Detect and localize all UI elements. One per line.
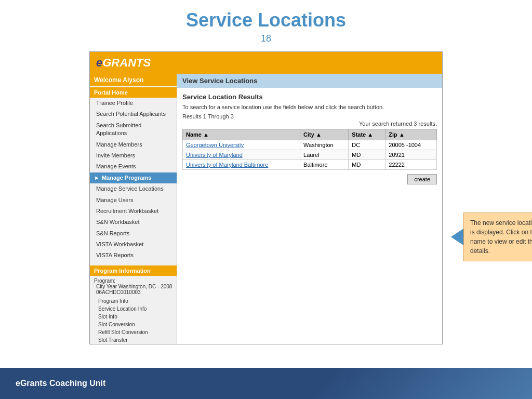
row2-state: MD [349,150,385,160]
callout-box: The new service location is displayed. C… [463,212,532,261]
results-table: Name ▲ City ▲ State ▲ Zip ▲ Georgetown U… [182,129,437,170]
row3-zip: 22222 [385,160,437,170]
row1-zip: 20005 -1004 [385,140,437,150]
callout-container: The new service location is displayed. C… [443,212,532,261]
egrants-header: eGRANTS [90,52,442,74]
sidebar-item-sn-reports[interactable]: S&N Reports [90,228,177,239]
row1-city: Washington [300,140,349,150]
bottom-bar: eGrants Coaching Unit [0,368,532,399]
col-zip[interactable]: Zip ▲ [385,129,437,140]
col-city[interactable]: City ▲ [300,129,349,140]
row1-name[interactable]: Georgetown University [183,140,300,150]
sidebar-item-vista-workbasket[interactable]: VISTA Workbasket [90,239,177,250]
row3-state: MD [349,160,385,170]
sub-item-refill-slot-conversion[interactable]: Refill Slot Conversion [90,328,177,336]
row3-city: Baltimore [300,160,349,170]
row2-zip: 20921 [385,150,437,160]
sidebar-item-invite-members[interactable]: Invite Members [90,150,177,161]
sidebar-item-manage-service-locations[interactable]: Manage Service Locations [90,183,177,194]
table-row: University of Maryland Baltimore Baltimo… [183,160,437,170]
sub-item-service-location-info[interactable]: Service Location Info [90,305,177,313]
sidebar-item-search-potential[interactable]: Search Potential Applicants [90,109,177,119]
create-button[interactable]: create [407,174,437,184]
sidebar-item-manage-programs[interactable]: ►Manage Programs [90,172,177,183]
sidebar-item-sn-workbasket[interactable]: S&N Workbasket [90,217,177,228]
footer-text: eGrants Coaching Unit [16,379,105,388]
sidebar-item-recruitment-workbasket[interactable]: Recruitment Workbasket [90,206,177,217]
sidebar: Welcome Alyson Portal Home Trainee Profi… [90,74,177,344]
screenshot-container: eGRANTS Welcome Alyson Portal Home Train… [89,51,443,344]
col-state[interactable]: State ▲ [349,129,385,140]
sidebar-item-vista-reports[interactable]: VISTA Reports [90,250,177,261]
sub-item-slot-info[interactable]: Slot Info [90,313,177,321]
page-title: Service Locations [0,9,532,31]
sidebar-item-manage-events[interactable]: Manage Events [90,161,177,172]
table-row: University of Maryland Laurel MD 20921 [183,150,437,160]
sub-item-program-info[interactable]: Program Info [90,297,177,305]
portal-home-header: Portal Home [90,87,177,98]
content-area: View Service Locations Service Location … [177,74,442,344]
page-title-area: Service Locations 18 [0,0,532,51]
sub-item-slot-transfer[interactable]: Slot Transfer [90,336,177,344]
sidebar-item-manage-users[interactable]: Manage Users [90,195,177,206]
sidebar-item-manage-members[interactable]: Manage Members [90,139,177,150]
content-inner: Service Location Results To search for a… [177,88,442,190]
main-layout: Welcome Alyson Portal Home Trainee Profi… [90,74,442,344]
program-label: Program: City Year Washington, DC - 2008… [90,276,177,297]
table-row: Georgetown University Washington DC 2000… [183,140,437,150]
row1-state: DC [349,140,385,150]
sub-item-slot-conversion[interactable]: Slot Conversion [90,321,177,328]
row2-name[interactable]: University of Maryland [183,150,300,160]
logo-e: e [96,56,102,69]
results-count: Results 1 Through 3 [182,113,437,119]
egrants-logo: eGRANTS [96,56,151,69]
callout-arrow [443,229,463,245]
sidebar-welcome: Welcome Alyson [90,74,177,86]
content-header: View Service Locations [177,74,442,88]
results-summary: Your search returned 3 results. [182,121,437,127]
slide-number: 18 [0,33,532,44]
row3-name[interactable]: University of Maryland Baltimore [183,160,300,170]
col-name[interactable]: Name ▲ [183,129,300,140]
sidebar-item-trainee-profile[interactable]: Trainee Profile [90,98,177,109]
results-section-title: Service Location Results [182,93,437,101]
sidebar-item-search-submitted[interactable]: Search Submitted Applications [90,120,177,139]
program-info-header: Program Information [90,265,177,276]
results-description: To search for a service location use the… [182,104,437,110]
row2-city: Laurel [300,150,349,160]
